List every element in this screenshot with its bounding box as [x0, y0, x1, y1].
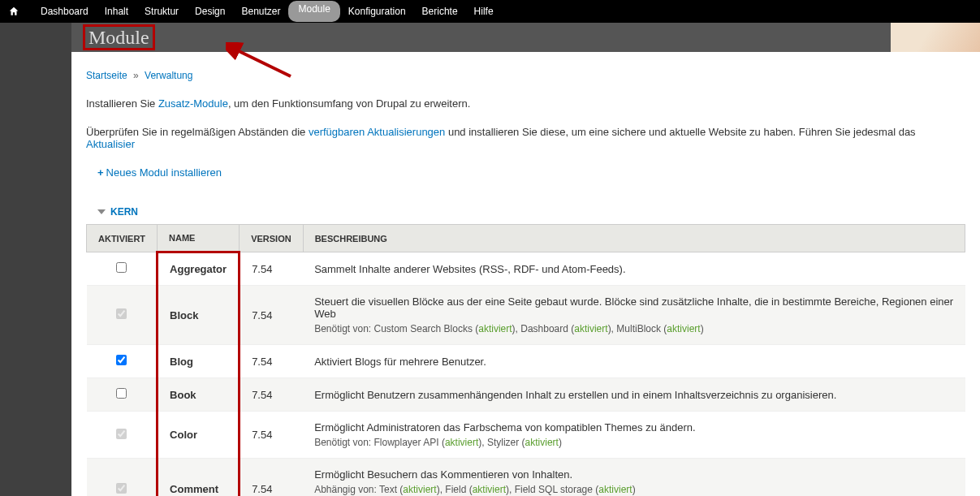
cell-name: Book [158, 378, 240, 412]
addon-modules-link[interactable]: Zusatz-Module [158, 97, 228, 110]
menu-item-inhalt[interactable]: Inhalt [97, 1, 136, 22]
breadcrumb: Startseite » Verwaltung [86, 70, 965, 81]
table-row: Color7.54Ermöglicht Administratoren das … [87, 412, 965, 459]
cell-name: Comment [158, 459, 240, 497]
cell-description: Sammelt Inhalte anderer Websites (RSS-, … [303, 252, 965, 286]
cell-description: Aktiviert Blogs für mehrere Benutzer. [303, 345, 965, 378]
caret-down-icon [97, 209, 106, 214]
install-new-module-link[interactable]: Neues Modul installieren [106, 166, 222, 179]
install-new-module[interactable]: +Neues Modul installieren [97, 166, 965, 179]
home-icon[interactable] [6, 5, 21, 18]
module-enable-checkbox[interactable] [116, 355, 127, 365]
dependency-line: Benötigt von: Custom Search Blocks (akti… [314, 323, 953, 334]
col-header-version: Version [240, 225, 304, 252]
cell-activated [87, 286, 158, 345]
breadcrumb-home[interactable]: Startseite [86, 70, 127, 81]
section-kern-toggle[interactable]: KERN [86, 200, 965, 224]
cell-name: Aggregator [158, 252, 240, 286]
table-row: Blog7.54Aktiviert Blogs für mehrere Benu… [87, 345, 965, 378]
admin-toolbar: DashboardInhaltStrukturDesignBenutzerMod… [0, 0, 980, 23]
cell-activated [87, 378, 158, 412]
module-enable-checkbox [116, 308, 127, 319]
breadcrumb-separator: » [133, 70, 139, 81]
section-title: KERN [110, 206, 138, 218]
col-header-description: Beschreibung [303, 225, 965, 252]
module-enable-checkbox [116, 483, 127, 494]
col-header-activated: Aktiviert [87, 225, 158, 252]
menu-item-konfiguration[interactable]: Konfiguration [340, 1, 414, 22]
cell-description: Ermöglicht Besuchern das Kommentieren vo… [303, 459, 965, 497]
col-header-name: Name [158, 225, 240, 252]
plus-icon: + [97, 166, 104, 179]
cell-activated [87, 412, 158, 459]
cell-name: Color [158, 412, 240, 459]
menu-item-benutzer[interactable]: Benutzer [233, 1, 288, 22]
cell-activated [87, 252, 158, 286]
cell-description: Steuert die visuellen Blöcke aus der ein… [303, 286, 965, 345]
cell-name: Blog [158, 345, 240, 378]
module-enable-checkbox [116, 429, 127, 439]
intro-line-2: Überprüfen Sie in regelmäßigen Abständen… [86, 126, 965, 150]
cell-version: 7.54 [240, 345, 304, 378]
menu-item-dashboard[interactable]: Dashboard [32, 1, 97, 22]
table-row: Book7.54Ermöglicht Benutzern zusammenhän… [87, 378, 965, 412]
cell-description: Ermöglicht Administratoren das Farbschem… [303, 412, 965, 459]
cell-activated [87, 459, 158, 497]
cell-version: 7.54 [240, 252, 304, 286]
module-enable-checkbox[interactable] [116, 262, 127, 273]
menu-item-struktur[interactable]: Struktur [136, 1, 187, 22]
cell-activated [87, 345, 158, 378]
table-row: Block7.54Steuert die visuellen Blöcke au… [87, 286, 965, 345]
update-link[interactable]: Aktualisier [86, 138, 135, 150]
page-title: Module [83, 24, 155, 50]
cell-version: 7.54 [240, 378, 304, 412]
module-enable-checkbox[interactable] [116, 388, 127, 399]
available-updates-link[interactable]: verfügbaren Aktualisierungen [309, 126, 445, 138]
menu-item-berichte[interactable]: Berichte [414, 1, 466, 22]
dependency-line: Benötigt von: Flowplayer API (aktiviert)… [314, 437, 953, 448]
cell-version: 7.54 [240, 412, 304, 459]
modules-table: Aktiviert Name Version Beschreibung Aggr… [86, 224, 965, 496]
title-bar: Module [71, 23, 980, 52]
cell-version: 7.54 [240, 286, 304, 345]
table-row: Comment7.54Ermöglicht Besuchern das Komm… [87, 459, 965, 497]
header-image-fragment [891, 23, 980, 52]
cell-version: 7.54 [240, 459, 304, 497]
breadcrumb-admin[interactable]: Verwaltung [145, 70, 192, 81]
cell-name: Block [158, 286, 240, 345]
menu-item-hilfe[interactable]: Hilfe [466, 1, 502, 22]
dependency-line: Abhängig von: Text (aktiviert), Field (a… [314, 484, 953, 495]
admin-menu: DashboardInhaltStrukturDesignBenutzerMod… [32, 1, 502, 22]
cell-description: Ermöglicht Benutzern zusammenhängenden I… [303, 378, 965, 412]
menu-item-design[interactable]: Design [187, 1, 233, 22]
intro-line-1: Installieren Sie Zusatz-Module, um den F… [86, 97, 965, 110]
menu-item-module[interactable]: Module [288, 1, 339, 22]
table-row: Aggregator7.54Sammelt Inhalte anderer We… [87, 252, 965, 286]
